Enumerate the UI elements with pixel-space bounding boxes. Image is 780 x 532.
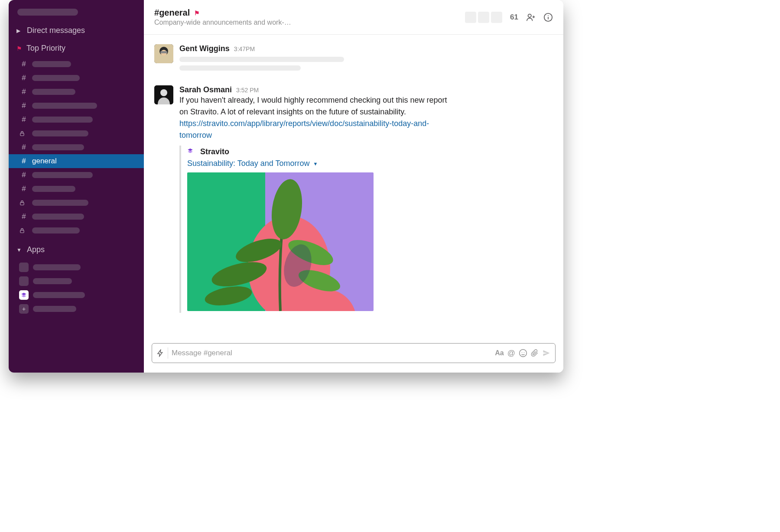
stravito-logo-icon — [187, 148, 196, 156]
placeholder — [32, 227, 80, 234]
message-link[interactable]: https://stravito.com/app/library/reports… — [179, 119, 429, 139]
channel-header-right: 61 — [465, 12, 553, 23]
info-icon[interactable] — [543, 13, 553, 22]
sidebar-app[interactable]: + — [9, 302, 144, 316]
add-people-icon[interactable] — [526, 13, 536, 22]
section-label: Apps — [27, 245, 45, 254]
stravito-app-icon — [19, 290, 29, 300]
member-avatars[interactable] — [465, 12, 502, 23]
message: Gent Wiggins3:47PM — [154, 41, 553, 82]
app-icon — [19, 276, 29, 286]
sidebar-channel[interactable]: # — [9, 57, 144, 71]
hash-icon: # — [19, 171, 29, 179]
caret-down-icon: ▼ — [16, 247, 23, 253]
sidebar-channel[interactable] — [9, 224, 144, 237]
hash-icon: # — [19, 60, 29, 68]
send-icon[interactable] — [542, 349, 551, 357]
section-apps[interactable]: ▼ Apps — [9, 241, 144, 259]
format-button[interactable]: Aa — [495, 349, 504, 357]
add-app-icon: + — [19, 304, 29, 314]
sidebar-app[interactable] — [9, 260, 144, 274]
message-composer[interactable]: Aa @ — [152, 343, 556, 363]
sidebar-channel[interactable]: # — [9, 71, 144, 85]
message-list[interactable]: Gent Wiggins3:47PMSarah Osmani3:52 PMIf … — [144, 35, 563, 339]
sidebar-app[interactable] — [9, 288, 144, 302]
main-panel: #general ⚑ Company-wide announcements an… — [144, 0, 563, 373]
unfurl-title[interactable]: Sustainability: Today and Tomorrow▼ — [187, 159, 422, 168]
emoji-icon[interactable] — [519, 349, 527, 357]
message-time[interactable]: 3:52 PM — [236, 87, 259, 94]
avatar[interactable] — [154, 85, 173, 104]
channel-list: #######general### — [9, 57, 144, 237]
lock-icon — [19, 227, 29, 234]
hash-icon: # — [19, 115, 29, 124]
flag-icon: ⚑ — [194, 10, 200, 16]
shortcuts-bolt-icon[interactable] — [156, 349, 164, 357]
sidebar: ▶ Direct messages ⚑ Top Priority #######… — [9, 0, 144, 373]
unfurl-app: Stravito — [187, 147, 422, 156]
message-time[interactable]: 3:47PM — [234, 45, 255, 52]
section-top-priority[interactable]: ⚑ Top Priority — [9, 39, 144, 57]
svg-rect-0 — [20, 133, 24, 136]
placeholder — [32, 103, 97, 109]
svg-point-14 — [160, 89, 167, 96]
hash-icon: # — [19, 212, 29, 221]
svg-rect-1 — [20, 202, 24, 205]
svg-point-8 — [548, 15, 549, 16]
sidebar-channel[interactable]: # — [9, 182, 144, 196]
section-label: Direct messages — [27, 26, 85, 35]
slack-window: ▶ Direct messages ⚑ Top Priority #######… — [9, 0, 563, 373]
workspace-name-placeholder — [17, 9, 78, 16]
placeholder — [33, 306, 76, 312]
flag-icon: ⚑ — [16, 45, 22, 52]
sidebar-channel[interactable] — [9, 127, 144, 140]
svg-marker-16 — [188, 150, 193, 153]
section-label: Top Priority — [26, 44, 65, 53]
placeholder — [32, 117, 93, 123]
sidebar-channel[interactable] — [9, 196, 144, 210]
svg-point-5 — [528, 14, 531, 17]
sidebar-channel[interactable]: # — [9, 85, 144, 99]
composer-area: Aa @ — [144, 339, 563, 373]
message-author[interactable]: Gent Wiggins — [179, 44, 230, 53]
message-text: If you haven't already, I would highly r… — [179, 94, 457, 118]
channel-title[interactable]: #general ⚑ — [154, 8, 465, 18]
channel-header: #general ⚑ Company-wide announcements an… — [144, 0, 563, 35]
hash-icon: # — [19, 88, 29, 96]
hash-icon: # — [19, 157, 29, 165]
placeholder — [32, 75, 80, 81]
section-direct-messages[interactable]: ▶ Direct messages — [9, 22, 144, 39]
avatar[interactable] — [154, 44, 173, 63]
channel-hash: #general — [154, 8, 190, 18]
sidebar-channel[interactable]: # — [9, 210, 144, 224]
sidebar-channel[interactable]: # — [9, 99, 144, 113]
sidebar-channel[interactable]: # — [9, 113, 144, 127]
message-input[interactable] — [172, 349, 491, 357]
svg-marker-4 — [21, 295, 26, 297]
channel-topic[interactable]: Company-wide announcements and work-… — [154, 19, 302, 26]
sidebar-channel-general[interactable]: #general — [9, 154, 144, 168]
placeholder — [32, 200, 88, 206]
attachment-icon[interactable] — [531, 349, 539, 357]
caret-down-icon[interactable]: ▼ — [313, 161, 318, 166]
mention-button[interactable]: @ — [507, 349, 515, 358]
member-count[interactable]: 61 — [510, 13, 518, 22]
placeholder — [32, 89, 75, 95]
unfurl-image[interactable] — [187, 172, 374, 311]
message-body: Gent Wiggins3:47PM — [179, 44, 553, 74]
message-author[interactable]: Sarah Osmani — [179, 85, 232, 94]
placeholder — [33, 278, 72, 284]
message-body: Sarah Osmani3:52 PMIf you haven't alread… — [179, 85, 553, 313]
hash-icon: # — [19, 101, 29, 110]
sidebar-app[interactable] — [9, 274, 144, 288]
placeholder — [179, 65, 301, 71]
workspace-name[interactable] — [9, 3, 144, 22]
sidebar-channel[interactable]: # — [9, 168, 144, 182]
lock-icon — [19, 130, 29, 136]
channel-header-left: #general ⚑ Company-wide announcements an… — [154, 8, 465, 26]
hash-icon: # — [19, 74, 29, 82]
caret-right-icon: ▶ — [16, 28, 23, 34]
sidebar-channel[interactable]: # — [9, 140, 144, 154]
divider — [168, 347, 168, 359]
channel-label: general — [32, 157, 57, 165]
